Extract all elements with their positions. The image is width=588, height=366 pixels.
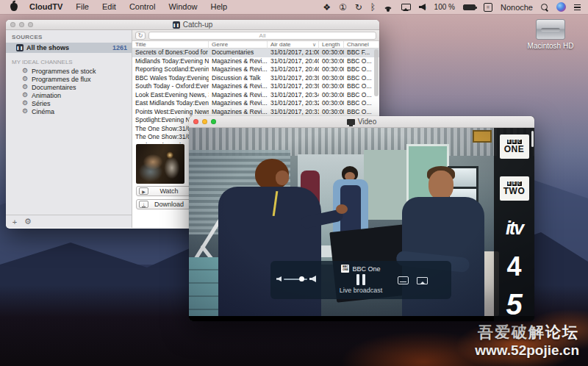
gear-icon: ⚙ [22, 108, 28, 115]
channel-name-label: BBC One [352, 265, 380, 273]
table-row[interactable]: BBC Wales Today:Evening Ne... Discussion… [132, 74, 379, 83]
table-row[interactable]: Points West:Evening News, 3... Magazines… [132, 108, 379, 117]
table-row[interactable]: Reporting Scotland:Evening... Magazines … [132, 65, 379, 74]
sidebar-channel-programmes-de-flux[interactable]: ⚙ Programmes de flux [6, 75, 132, 83]
channel-logo-bbc-two[interactable]: BBCTWO [494, 176, 534, 201]
search-input[interactable] [148, 32, 376, 40]
sidebar-channel-séries[interactable]: ⚙ Séries [6, 99, 132, 107]
siri-icon[interactable] [556, 2, 566, 12]
table-scrollbar[interactable] [374, 49, 379, 96]
video-titlebar[interactable]: Video [189, 116, 534, 128]
current-channel: BBCONE BBC One [341, 265, 380, 273]
menu-bar-left: CloudTVFileEditControlWindowHelp [0, 0, 234, 14]
download-icon: ↓ [139, 201, 148, 208]
menubar-item-edit[interactable]: Edit [96, 0, 123, 14]
column-header-air-date[interactable]: Air date∨ [268, 41, 319, 49]
table-row[interactable]: East Midlands Today:Evening... Magazines… [132, 99, 379, 108]
sidebar-settings-button[interactable]: ⚙ [22, 217, 34, 226]
pause-button[interactable] [356, 274, 365, 285]
video-window: Video [189, 116, 534, 321]
watermark: 吾爱破解论坛 www.52pojie.cn [475, 322, 579, 359]
catchup-title: ❚❚ Catch-up [6, 21, 379, 29]
playback-overlay: BBCONE BBC One Live broadcast [270, 261, 451, 299]
channel-logo-itv[interactable]: itv [494, 218, 534, 239]
gear-icon: ⚙ [22, 92, 28, 98]
ideal-channels-header: MY IDEAL CHANNELS [6, 53, 132, 67]
spotlight-icon[interactable] [541, 4, 548, 11]
letterbox-bar [189, 316, 534, 321]
show-thumbnail [136, 144, 184, 184]
desktop-icon-macintosh-hd[interactable]: Macintosh HD [526, 19, 575, 50]
table-row[interactable]: South Today - Oxford:Evenin... Magazines… [132, 82, 379, 91]
bluetooth-icon[interactable]: ᛒ [370, 3, 376, 12]
gear-icon: ⚙ [22, 68, 28, 74]
sources-sidebar: SOURCES ❚❚ All the shows 1261 MY IDEAL C… [6, 30, 132, 228]
bbc-one-mini-logo: BBCONE [341, 265, 349, 273]
video-title: Video [189, 118, 534, 126]
table-row[interactable]: Secrets of Bones:Food for Th... Document… [132, 49, 379, 57]
sync-icon[interactable]: ↻ [355, 3, 362, 12]
watermark-text-cn: 吾爱破解论坛 [475, 322, 579, 342]
circled-1-icon[interactable]: ① [339, 3, 347, 12]
table-row[interactable]: Look East:Evening News, 31/... Magazines… [132, 91, 379, 100]
sidebar-channel-animation[interactable]: ⚙ Animation [6, 91, 132, 99]
column-header-channel[interactable]: Channel [344, 41, 379, 49]
menu-bar: CloudTVFileEditControlWindowHelp ❖ ① ↻ ᛒ… [0, 0, 588, 14]
refresh-button[interactable]: ↻ [135, 32, 146, 40]
add-source-button[interactable]: + [9, 218, 21, 226]
apple-menu-icon[interactable] [10, 3, 18, 11]
wifi-icon[interactable] [384, 4, 393, 11]
channel-logo-bbc-one[interactable]: BBCONE [494, 134, 534, 159]
sidebar-channel-documentaires[interactable]: ⚙ Documentaires [6, 83, 132, 91]
subtitles-icon[interactable] [398, 276, 409, 284]
menubar-item-cloudtv[interactable]: CloudTV [23, 0, 69, 14]
gear-icon: ⚙ [22, 76, 28, 82]
watermark-text-url: www.52pojie.cn [475, 342, 579, 359]
dropbox-icon[interactable]: ❖ [323, 3, 331, 12]
gear-icon: ⚙ [22, 84, 28, 90]
all-shows-icon: ❚❚ [16, 44, 24, 51]
column-header-title[interactable]: Title [132, 41, 209, 49]
channel-logo-channel-4[interactable]: 4 [494, 251, 534, 282]
column-header-genre[interactable]: Genre [209, 41, 268, 49]
airplay-to-display-icon[interactable] [417, 277, 428, 284]
sidebar-channel-programmes-de-stock[interactable]: ⚙ Programmes de stock [6, 67, 132, 75]
menubar-item-control[interactable]: Control [123, 0, 162, 14]
airplay-display-icon[interactable] [401, 4, 411, 10]
all-shows-label: All the shows [26, 44, 110, 51]
volume-icon[interactable]: ) [419, 4, 426, 10]
sidebar-bottom-bar: + ⚙ [6, 215, 132, 228]
menu-bar-status: ❖ ① ↻ ᛒ ) 100 % ⌗ Nonoche [323, 2, 588, 12]
user-menu[interactable]: Nonoche [501, 3, 533, 12]
sidebar-channel-cinéma[interactable]: ⚙ Cinéma [6, 107, 132, 115]
play-icon: ▶ [139, 187, 148, 195]
battery-percent: 100 % [434, 3, 455, 11]
tv-icon [347, 119, 355, 125]
disk-label: Macintosh HD [526, 42, 575, 50]
all-shows-count-badge: 1261 [112, 44, 127, 51]
table-header: Title Genre Air date∨ Length Channel [132, 41, 379, 49]
notification-center-icon[interactable] [574, 4, 581, 11]
channel-logo-channel-5[interactable]: 5 [494, 288, 534, 321]
catchup-toolbar: ↻ [132, 30, 379, 41]
menubar-item-file[interactable]: File [69, 0, 96, 14]
menubar-item-window[interactable]: Window [162, 0, 204, 14]
input-source-icon[interactable]: ⌗ [484, 3, 492, 12]
overlay-right-icons [398, 276, 428, 284]
catchup-titlebar[interactable]: ❚❚ Catch-up [6, 20, 379, 30]
sort-descending-icon: ∨ [312, 41, 316, 49]
sidebar-item-all-shows[interactable]: ❚❚ All the shows 1261 [6, 43, 132, 53]
battery-icon[interactable] [463, 4, 476, 10]
video-player[interactable]: BBCONEBBCTWOitv45 BBCONE BBC One Live br… [189, 128, 534, 321]
catchup-app-icon: ❚❚ [173, 21, 180, 29]
column-header-length[interactable]: Length [319, 41, 344, 49]
table-row[interactable]: Midlands Today:Evening New... Magazines … [132, 57, 379, 66]
menubar-item-help[interactable]: Help [204, 0, 234, 14]
live-status-label: Live broadcast [340, 287, 383, 294]
sources-header: SOURCES [6, 30, 132, 43]
channel-list-rail: BBCONEBBCTWOitv45 [494, 128, 534, 321]
hard-drive-icon [536, 19, 565, 40]
gear-icon: ⚙ [22, 100, 28, 107]
